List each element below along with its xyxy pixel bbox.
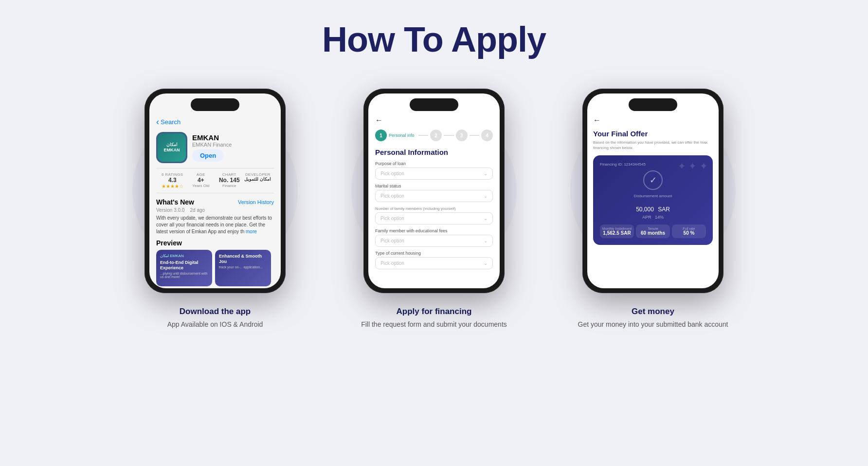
educational-dropdown[interactable]: Pick option ⌄ xyxy=(375,235,493,247)
field-educational-label: Family member with educational fees xyxy=(375,228,493,233)
currency: SAR xyxy=(658,206,670,213)
version: Version 3.0.0 xyxy=(156,207,184,213)
phones-row: Search امكانEMKAN EMKAN E xyxy=(29,89,839,330)
app-header: امكانEMKAN EMKAN EMKAN Finance Open xyxy=(156,132,274,163)
back-search[interactable]: Search xyxy=(156,117,274,127)
field-purpose-label: Purpose of loan xyxy=(375,161,493,166)
more-link[interactable]: more xyxy=(246,229,257,234)
apr-line: APR 14% xyxy=(600,215,706,220)
meta-age: AGE 4+ Years Old xyxy=(187,172,216,189)
chevron-down-icon: ⌄ xyxy=(484,171,488,176)
field-family-extra: (including yourself) xyxy=(423,206,456,211)
phone1-circle-wrapper: Search امكانEMKAN EMKAN E xyxy=(145,89,286,293)
step3-heading: Get money xyxy=(563,307,743,317)
card2-title: Enhanced & Smooth Jou xyxy=(219,254,267,264)
stat-fullrate-value: 50 % xyxy=(674,230,704,236)
stat-tenure-value: 60 months xyxy=(638,230,668,236)
field-purpose: Purpose of loan Pick option ⌄ xyxy=(375,161,493,180)
step-dot-2: 2 xyxy=(430,130,442,141)
developer-label: DEVELOPER xyxy=(244,172,272,177)
app-name: EMKAN xyxy=(192,133,232,142)
offer-screen: ← Your Final Offer Based on the informat… xyxy=(587,93,719,288)
phone-column-3: ← Your Final Offer Based on the informat… xyxy=(563,89,743,330)
phone2-circle-wrapper: ← 1 Personal info 2 3 4 xyxy=(363,89,505,293)
chevron-down-icon-4: ⌄ xyxy=(484,238,488,243)
phone-shell-1: Search امكانEMKAN EMKAN E xyxy=(145,89,286,293)
phone-shell-3: ← Your Final Offer Based on the informat… xyxy=(582,89,723,293)
step2-text: Fill the request form and submit your do… xyxy=(344,319,524,330)
card1-sub: ...plying until disbursement with us and… xyxy=(160,272,208,279)
whats-new-text: With every update, we demonstrate our be… xyxy=(156,215,274,235)
step-dot-3: 3 xyxy=(456,130,468,141)
housing-placeholder: Pick option xyxy=(380,261,404,266)
back-arrow-3[interactable]: ← xyxy=(593,116,713,125)
step1-text: App Available on IOS & Android xyxy=(125,319,305,330)
age-label: AGE xyxy=(187,172,216,177)
purpose-dropdown[interactable]: Pick option ⌄ xyxy=(375,168,493,180)
appstore-screen: Search امكانEMKAN EMKAN E xyxy=(149,93,281,288)
phone-column-1: Search امكانEMKAN EMKAN E xyxy=(125,89,305,330)
phone2-screen: ← 1 Personal info 2 3 4 xyxy=(368,93,500,288)
marital-dropdown[interactable]: Pick option ⌄ xyxy=(375,190,493,202)
stat-fullrate-label: Full rate xyxy=(674,227,704,230)
chevron-down-icon-2: ⌄ xyxy=(484,193,488,199)
checkmark-icon: ✓ xyxy=(643,170,663,190)
stat-fullrate: Full rate 50 % xyxy=(672,224,706,238)
offer-sub: Based on the information you have provid… xyxy=(593,140,713,150)
step1-heading: Download the app xyxy=(125,307,305,317)
preview-title: Preview xyxy=(156,239,274,247)
stars: ★★★★☆ xyxy=(158,184,187,189)
open-button[interactable]: Open xyxy=(192,149,224,162)
version-history-link[interactable]: Version History xyxy=(238,199,274,205)
page-wrapper: How To Apply Search xyxy=(0,0,868,383)
educational-placeholder: Pick option xyxy=(380,238,404,243)
stat-installment-value: 1,562.5 SAR xyxy=(602,230,632,236)
chart-value: No. 145 xyxy=(215,177,244,184)
preview-cards: امكان EMKAN End-to-End Digital Experienc… xyxy=(156,250,274,286)
family-members-dropdown[interactable]: Pick option ⌄ xyxy=(375,212,493,224)
field-marital: Marital status Pick option ⌄ xyxy=(375,184,493,202)
field-family-members: Number of family members (including your… xyxy=(375,206,493,224)
version-line: Version 3.0.0 2d ago xyxy=(156,207,274,213)
emkan-logo: امكانEMKAN xyxy=(164,142,180,153)
meta-chart: CHART No. 145 Finance xyxy=(215,172,244,189)
stat-installment-label: Monthly Installment xyxy=(602,227,632,230)
preview-card-2: Enhanced & Smooth Jou track your on-... … xyxy=(215,250,271,286)
apr-value: 14% xyxy=(655,215,664,220)
stat-tenure-label: Tenure xyxy=(638,227,668,230)
family-placeholder: Pick option xyxy=(380,216,404,221)
preview-card-1: امكان EMKAN End-to-End Digital Experienc… xyxy=(156,250,212,286)
back-arrow-2[interactable]: ← xyxy=(375,116,493,125)
app-icon-inner: امكانEMKAN xyxy=(158,133,186,162)
field-family-label: Number of family members (including your… xyxy=(375,206,493,211)
step-description-1: Download the app App Available on IOS & … xyxy=(125,307,305,330)
meta-ratings: 6 RATINGS 4.3 ★★★★☆ xyxy=(158,172,187,189)
chart-sub: Finance xyxy=(215,184,244,188)
version-date: 2d ago xyxy=(190,207,205,213)
step-dot-1: 1 xyxy=(375,130,387,141)
dynamic-island-2 xyxy=(410,98,458,111)
housing-dropdown[interactable]: Pick option ⌄ xyxy=(375,257,493,269)
marital-placeholder: Pick option xyxy=(380,193,404,199)
offer-amount: 50,000 SAR xyxy=(600,198,706,215)
step-description-3: Get money Get your money into your submi… xyxy=(563,307,743,330)
step2-heading: Apply for financing xyxy=(344,307,524,317)
ratings-value: 4.3 xyxy=(158,177,187,184)
field-educational: Family member with educational fees Pick… xyxy=(375,228,493,247)
offer-title: Your Final Offer xyxy=(593,130,713,138)
offer-card: Financing ID: 1234344545 ✦ ✦ ✦ ✓ Disburs… xyxy=(593,155,713,245)
meta-developer: DEVELOPER امكان للتمويل xyxy=(244,172,272,189)
age-value: 4+ xyxy=(187,177,216,184)
page-title: How To Apply xyxy=(29,19,839,59)
chevron-down-icon-3: ⌄ xyxy=(484,216,488,221)
phone1-screen: Search امكانEMKAN EMKAN E xyxy=(149,93,281,288)
step-label-1: Personal info xyxy=(389,133,415,138)
field-housing: Type of current housing Pick option ⌄ xyxy=(375,251,493,269)
chevron-down-icon-5: ⌄ xyxy=(484,261,488,266)
stars-decoration: ✦ ✦ ✦ xyxy=(678,160,708,172)
card2-sub: track your on-... application... xyxy=(219,265,267,269)
disbursement-label: Disbursement amount xyxy=(600,194,706,198)
progress-bar: 1 Personal info 2 3 4 xyxy=(375,130,493,141)
dynamic-island-3 xyxy=(629,98,677,111)
step-line-3 xyxy=(470,135,479,136)
